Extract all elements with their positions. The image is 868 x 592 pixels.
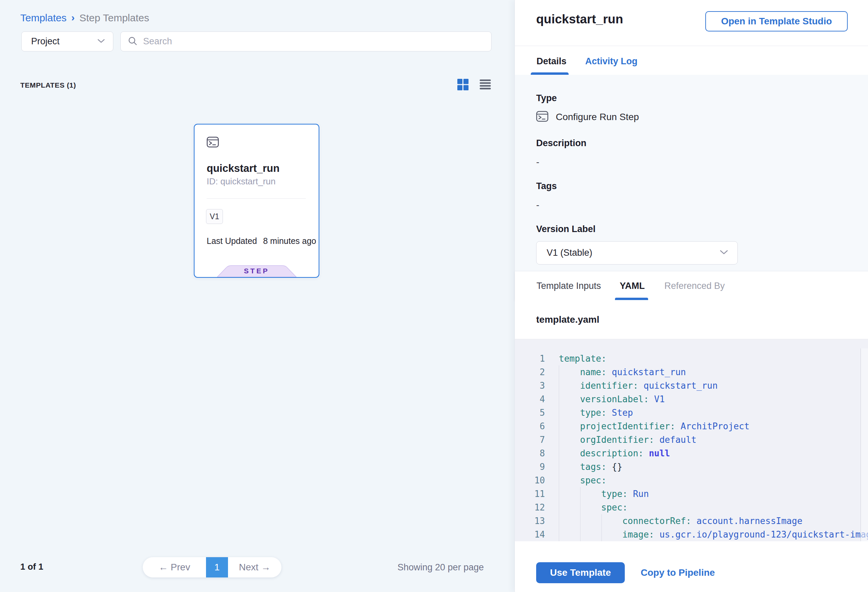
templates-count-label: TEMPLATES (1) — [20, 81, 76, 89]
editor-scrollbar-divider[interactable] — [861, 348, 861, 541]
search-icon — [127, 36, 138, 47]
code-line: 1template: — [515, 352, 868, 365]
card-divider — [207, 198, 306, 199]
code-line: 7 orgIdentifier: default — [515, 433, 868, 447]
editor-scrollbar-track — [861, 348, 868, 541]
last-updated-label: Last Updated — [207, 236, 257, 246]
chevron-down-icon — [720, 249, 728, 256]
grid-view-icon[interactable] — [457, 78, 468, 91]
tab-activity-log[interactable]: Activity Log — [585, 56, 638, 66]
detail-tabs: Details Activity Log — [515, 46, 868, 75]
yaml-editor[interactable]: 1template:2 name: quickstart_run3 identi… — [515, 339, 868, 541]
details-footer: Use Template Copy to Pipeline — [515, 541, 868, 592]
page-1-button[interactable]: 1 — [206, 557, 228, 577]
tab-details[interactable]: Details — [536, 56, 567, 66]
code-line: 14 image: us.gcr.io/playground-123/quick… — [515, 528, 868, 541]
pagination: ← Prev 1 Next → — [143, 557, 282, 577]
tab-template-inputs[interactable]: Template Inputs — [536, 281, 601, 291]
page-count: 1 of 1 — [20, 561, 43, 572]
copy-to-pipeline-button[interactable]: Copy to Pipeline — [641, 567, 715, 578]
version-label: Version Label — [536, 224, 847, 235]
yaml-file-name: template.yaml — [536, 314, 599, 325]
breadcrumb-templates-link[interactable]: Templates — [20, 12, 66, 24]
use-template-button[interactable]: Use Template — [536, 562, 625, 583]
list-header: TEMPLATES (1) — [0, 77, 515, 94]
templates-page: Templates › Step Templates Project TEMPL… — [0, 0, 868, 592]
code-line: 11 type: Run — [515, 487, 868, 500]
last-updated-value: 8 minutes ago — [263, 236, 316, 246]
code-line: 3 identifier: quickstart_run — [515, 379, 868, 393]
scope-select-value: Project — [31, 36, 59, 47]
breadcrumb-chevron-icon: › — [71, 12, 75, 23]
tab-referenced-by[interactable]: Referenced By — [664, 281, 725, 291]
template-details-panel: quickstart_run Open in Template Studio D… — [515, 0, 868, 592]
step-badge-label: STEP — [217, 267, 297, 275]
yaml-sub-tabs: Template Inputs YAML Referenced By — [515, 271, 868, 300]
open-in-template-studio-button[interactable]: Open in Template Studio — [705, 11, 848, 31]
code-line: 12 spec: — [515, 500, 868, 514]
version-select-value: V1 (Stable) — [547, 248, 592, 258]
card-title: quickstart_run — [207, 162, 279, 174]
code-line: 2 name: quickstart_run — [515, 365, 868, 379]
yaml-file-row: template.yaml — [515, 300, 868, 339]
type-label: Type — [536, 93, 847, 103]
search-box — [120, 31, 492, 52]
per-page-label: Showing 20 per page — [397, 562, 484, 573]
tab-yaml[interactable]: YAML — [620, 281, 645, 291]
code-line: 9 tags: {} — [515, 460, 868, 474]
description-value: - — [536, 156, 847, 167]
tags-label: Tags — [536, 181, 847, 192]
yaml-lines: 1template:2 name: quickstart_run3 identi… — [515, 352, 868, 541]
type-value: Configure Run Step — [556, 112, 639, 123]
list-view-icon[interactable] — [479, 78, 491, 91]
description-label: Description — [536, 138, 847, 149]
template-card[interactable]: quickstart_run ID: quickstart_run V1 Las… — [194, 124, 319, 278]
active-subtab-indicator — [615, 298, 648, 300]
type-value-row: Configure Run Step — [536, 111, 847, 123]
version-select[interactable]: V1 (Stable) — [536, 241, 738, 264]
prev-page-button[interactable]: ← Prev — [143, 557, 206, 577]
search-input[interactable] — [143, 36, 484, 47]
next-page-button[interactable]: Next → — [228, 557, 282, 577]
card-id: ID: quickstart_run — [207, 176, 276, 187]
code-line: 8 description: null — [515, 447, 868, 460]
breadcrumb: Templates › Step Templates — [20, 12, 149, 24]
panel-title: quickstart_run — [536, 12, 623, 27]
code-line: 6 projectIdentifier: ArchitProject — [515, 419, 868, 433]
step-type-badge: STEP — [217, 265, 297, 277]
scope-select[interactable]: Project — [21, 31, 113, 52]
view-toggle — [457, 78, 491, 91]
filter-bar: Project — [0, 31, 515, 52]
chevron-down-icon — [97, 38, 105, 45]
code-line: 4 versionLabel: V1 — [515, 393, 868, 406]
template-list-panel: Templates › Step Templates Project TEMPL… — [0, 0, 515, 592]
code-line: 5 type: Step — [515, 406, 868, 419]
code-line: 13 connectorRef: account.harnessImage — [515, 514, 868, 528]
version-badge: V1 — [206, 209, 223, 224]
details-section: Type Configure Run Step Description - Ta… — [515, 75, 868, 271]
tags-value: - — [536, 199, 847, 210]
terminal-icon — [536, 111, 548, 123]
breadcrumb-current: Step Templates — [80, 12, 149, 24]
terminal-icon — [207, 137, 219, 149]
code-line: 10 spec: — [515, 474, 868, 487]
last-updated-row: Last Updated 8 minutes ago — [207, 236, 316, 246]
